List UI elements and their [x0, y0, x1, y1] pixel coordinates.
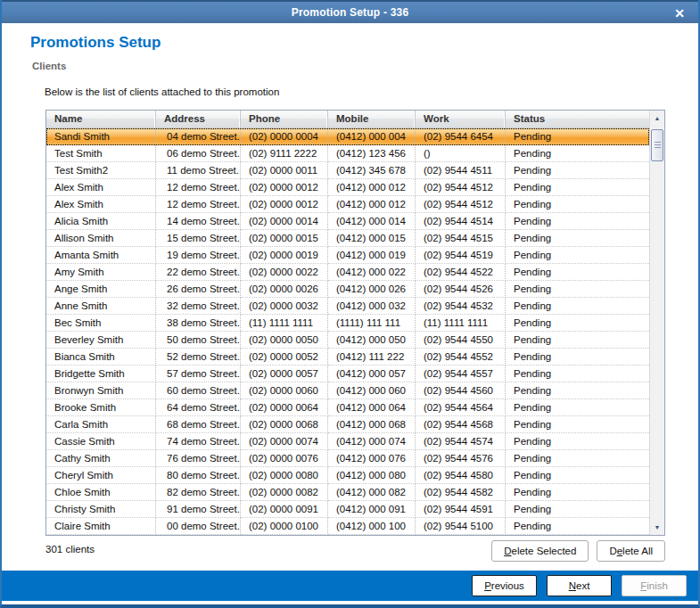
cell-work: (02) 9544 4557	[416, 366, 506, 382]
cell-mobile: (0412) 000 080	[328, 467, 416, 484]
cell-address: 76 demo Street...	[156, 450, 241, 467]
cell-mobile: (1111) 111 111	[328, 315, 416, 332]
table-row[interactable]: Sandi Smith04 demo Street...(02) 0000 00…	[46, 128, 649, 145]
cell-status: Pending	[506, 298, 649, 315]
cell-mobile: (0412) 000 014	[328, 213, 416, 230]
cell-address: 60 demo Street...	[156, 382, 241, 399]
cell-status: Pending	[506, 484, 649, 501]
vertical-scrollbar[interactable]: ▲ ▼	[649, 111, 664, 535]
table-row[interactable]: Bianca Smith52 demo Street...(02) 0000 0…	[46, 349, 649, 366]
cell-name: Amy Smith	[46, 264, 156, 281]
column-header-address[interactable]: Address	[156, 111, 241, 127]
cell-status: Pending	[506, 382, 649, 399]
cell-address: 32 demo Street...	[156, 298, 241, 315]
delete-all-label: Delete All	[609, 546, 653, 556]
cell-status: Pending	[506, 213, 649, 230]
table-row[interactable]: Bec Smith38 demo Street...(11) 1111 1111…	[46, 315, 649, 332]
cell-name: Alex Smith	[46, 196, 156, 213]
cell-work: (02) 9544 4515	[416, 230, 506, 247]
cell-mobile: (0412) 000 057	[328, 366, 416, 382]
promotion-setup-dialog: Promotion Setup - 336 ✕ Promotions Setup…	[0, 0, 700, 608]
delete-selected-button[interactable]: Delete Selected	[491, 540, 589, 562]
delete-all-button[interactable]: Delete All	[597, 540, 665, 562]
cell-name: Cheryl Smith	[46, 467, 156, 484]
cell-work: (02) 9544 4580	[416, 467, 506, 484]
cell-name: Brooke Smith	[46, 399, 156, 416]
column-header-phone[interactable]: Phone	[241, 111, 328, 127]
table-row[interactable]: Cheryl Smith80 demo Street...(02) 0000 0…	[46, 467, 649, 484]
cell-name: Test Smith	[46, 145, 156, 162]
scroll-down-icon[interactable]: ▼	[650, 520, 664, 535]
cell-address: 50 demo Street...	[156, 332, 241, 349]
table-row[interactable]: Chloe Smith82 demo Street...(02) 0000 00…	[46, 484, 649, 501]
cell-mobile: (0412) 000 091	[328, 501, 416, 518]
cell-phone: (02) 0000 0052	[241, 349, 328, 366]
table-row[interactable]: Test Smith06 demo Street...(02) 9111 222…	[46, 145, 649, 162]
table-row[interactable]: Claire Smith00 demo Street...(02) 0000 0…	[46, 518, 649, 535]
cell-work: (02) 9544 4512	[416, 179, 506, 196]
cell-work: (02) 9544 4560	[416, 382, 506, 399]
cell-status: Pending	[506, 162, 649, 179]
table-row[interactable]: Beverley Smith50 demo Street...(02) 0000…	[46, 332, 649, 349]
cell-mobile: (0412) 000 022	[328, 264, 416, 281]
scrollbar-thumb[interactable]	[651, 129, 663, 161]
cell-phone: (02) 0000 0076	[241, 450, 328, 467]
cell-status: Pending	[506, 433, 649, 450]
column-header-work[interactable]: Work	[416, 111, 506, 127]
cell-name: Carla Smith	[46, 416, 156, 433]
table-row[interactable]: Cassie Smith74 demo Street...(02) 0000 0…	[46, 433, 649, 450]
table-row[interactable]: Christy Smith91 demo Street...(02) 0000 …	[46, 501, 649, 518]
cell-work: (02) 9544 4576	[416, 450, 506, 467]
scrollbar-grip	[655, 142, 661, 150]
cell-address: 52 demo Street...	[156, 349, 241, 366]
table-row[interactable]: Allison Smith15 demo Street...(02) 0000 …	[46, 230, 649, 247]
cell-address: 11 demo Street...	[156, 162, 241, 179]
cell-name: Cassie Smith	[46, 433, 156, 450]
table-row[interactable]: Bronwyn Smith60 demo Street...(02) 0000 …	[46, 382, 649, 399]
table-row[interactable]: Alex Smith12 demo Street...(02) 0000 001…	[46, 179, 649, 196]
cell-status: Pending	[506, 366, 649, 382]
cell-address: 74 demo Street...	[156, 433, 241, 450]
close-icon[interactable]: ✕	[670, 4, 689, 22]
column-header-mobile[interactable]: Mobile	[328, 111, 416, 127]
table-row[interactable]: Anne Smith32 demo Street...(02) 0000 003…	[46, 298, 649, 315]
cell-address: 19 demo Street...	[156, 247, 241, 264]
cell-work: (02) 9544 4568	[416, 416, 506, 433]
table-main: NameAddressPhoneMobileWorkStatus Sandi S…	[46, 111, 649, 535]
cell-work: (02) 9544 4591	[416, 501, 506, 518]
table-row[interactable]: Cathy Smith76 demo Street...(02) 0000 00…	[46, 450, 649, 467]
page-title: Promotions Setup	[30, 34, 161, 52]
delete-button-group: Delete Selected Delete All	[491, 540, 665, 562]
wizard-navbar: Previous Next Finish	[2, 571, 698, 601]
cell-work: (02) 9544 5100	[416, 518, 506, 535]
previous-button[interactable]: Previous	[472, 575, 537, 596]
scroll-up-icon[interactable]: ▲	[650, 111, 664, 126]
table-row[interactable]: Bridgette Smith57 demo Street...(02) 000…	[46, 366, 649, 382]
cell-work: (02) 9544 4514	[416, 213, 506, 230]
cell-phone: (02) 0000 0014	[241, 213, 328, 230]
column-header-status[interactable]: Status	[506, 111, 649, 127]
next-button[interactable]: Next	[547, 575, 612, 596]
cell-mobile: (0412) 000 032	[328, 298, 416, 315]
cell-status: Pending	[506, 196, 649, 213]
table-row[interactable]: Test Smith211 demo Street...(02) 0000 00…	[46, 162, 649, 179]
cell-address: 91 demo Street...	[156, 501, 241, 518]
table-row[interactable]: Brooke Smith64 demo Street...(02) 0000 0…	[46, 399, 649, 416]
table-row[interactable]: Alicia Smith14 demo Street...(02) 0000 0…	[46, 213, 649, 230]
cell-address: 04 demo Street...	[156, 128, 241, 145]
table-row[interactable]: Ange Smith26 demo Street...(02) 0000 002…	[46, 281, 649, 298]
cell-work: (11) 1111 1111	[416, 315, 506, 332]
cell-name: Anne Smith	[46, 298, 156, 315]
finish-button[interactable]: Finish	[622, 575, 687, 596]
cell-mobile: (0412) 000 015	[328, 230, 416, 247]
cell-phone: (02) 0000 0012	[241, 179, 328, 196]
cell-mobile: (0412) 111 222	[328, 349, 416, 366]
column-header-name[interactable]: Name	[46, 111, 156, 127]
table-row[interactable]: Carla Smith68 demo Street...(02) 0000 00…	[46, 416, 649, 433]
cell-status: Pending	[506, 349, 649, 366]
table-row[interactable]: Amanta Smith19 demo Street...(02) 0000 0…	[46, 247, 649, 264]
cell-address: 68 demo Street...	[156, 416, 241, 433]
cell-name: Alicia Smith	[46, 213, 156, 230]
table-row[interactable]: Amy Smith22 demo Street...(02) 0000 0022…	[46, 264, 649, 281]
table-row[interactable]: Alex Smith12 demo Street...(02) 0000 001…	[46, 196, 649, 213]
